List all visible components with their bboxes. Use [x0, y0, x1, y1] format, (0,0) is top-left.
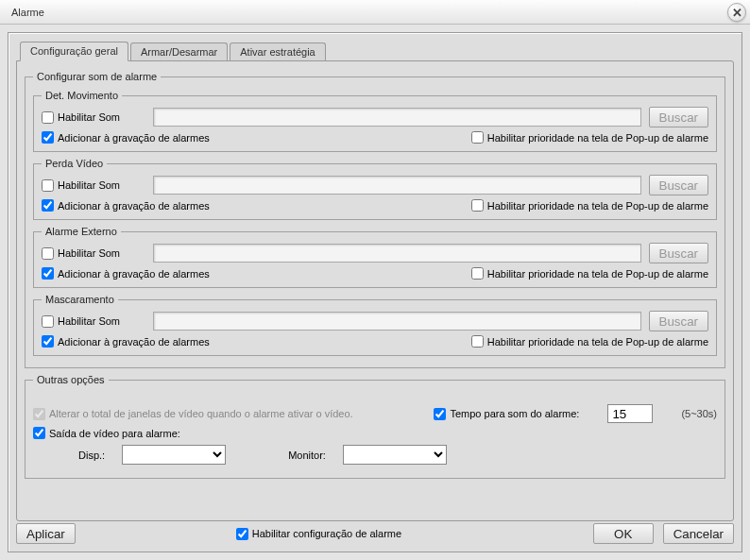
sound-time-checkbox-label[interactable]: Tempo para som do alarme:: [434, 408, 579, 420]
enable-alarm-config-checkbox[interactable]: [236, 528, 248, 540]
fieldset-external: Alarme Externo Habilitar Som Buscar Adic…: [33, 226, 717, 288]
titlebar: Alarme ✕: [0, 0, 750, 25]
sound-time-checkbox[interactable]: [434, 408, 446, 420]
fieldset-mask: Mascaramento Habilitar Som Buscar Adicio…: [33, 294, 717, 356]
video-out-checkbox[interactable]: [33, 427, 45, 439]
browse-button-motion[interactable]: Buscar: [649, 107, 708, 127]
browse-button-loss[interactable]: Buscar: [649, 175, 708, 195]
sound-time-range: (5~30s): [681, 408, 717, 419]
fieldset-other: Outras opções Alterar o total de janelas…: [25, 374, 725, 479]
tab-strip: Configuração geral Armar/Desarmar Ativar…: [20, 41, 734, 60]
enable-sound-external-checkbox[interactable]: [42, 247, 54, 260]
monitor-select[interactable]: [343, 445, 447, 465]
add-recording-motion-checkbox[interactable]: [42, 131, 54, 144]
legend-motion: Det. Movimento: [42, 90, 122, 101]
tab-strategy[interactable]: Ativar estratégia: [230, 42, 325, 61]
enable-sound-motion[interactable]: Habilitar Som: [42, 111, 145, 124]
close-icon: ✕: [732, 6, 742, 20]
footer: Aplicar Habilitar configuração de alarme…: [16, 523, 734, 544]
change-video-windows-checkbox: [33, 408, 45, 420]
legend-loss: Perda Vídeo: [42, 158, 107, 169]
popup-priority-loss-checkbox[interactable]: [471, 199, 484, 212]
add-recording-external-checkbox[interactable]: [42, 267, 54, 280]
enable-sound-loss[interactable]: Habilitar Som: [42, 179, 145, 192]
add-recording-loss-checkbox[interactable]: [42, 199, 54, 212]
sound-path-mask[interactable]: [153, 312, 641, 331]
change-video-windows: Alterar o total de janelas de vídeo quan…: [33, 408, 405, 420]
ok-button[interactable]: OK: [593, 523, 654, 544]
popup-priority-external[interactable]: Habilitar prioridade na tela de Pop-up d…: [471, 267, 708, 280]
add-recording-loss[interactable]: Adicionar à gravação de alarmes: [42, 199, 210, 212]
popup-priority-mask[interactable]: Habilitar prioridade na tela de Pop-up d…: [471, 335, 708, 348]
add-recording-mask-checkbox[interactable]: [42, 335, 54, 348]
enable-sound-motion-checkbox[interactable]: [42, 111, 54, 124]
popup-priority-motion[interactable]: Habilitar prioridade na tela de Pop-up d…: [471, 131, 708, 144]
popup-priority-loss[interactable]: Habilitar prioridade na tela de Pop-up d…: [471, 199, 708, 212]
legend-sound-config: Configurar som de alarme: [33, 71, 161, 82]
sound-path-external[interactable]: [153, 244, 641, 263]
fieldset-motion: Det. Movimento Habilitar Som Buscar Adic…: [33, 90, 717, 152]
tab-arm[interactable]: Armar/Desarmar: [130, 42, 228, 61]
enable-sound-mask-checkbox[interactable]: [42, 315, 54, 328]
cancel-button[interactable]: Cancelar: [663, 523, 734, 544]
enable-sound-external[interactable]: Habilitar Som: [42, 247, 145, 260]
sound-time-input[interactable]: [607, 404, 653, 423]
popup-priority-motion-checkbox[interactable]: [471, 131, 484, 144]
enable-alarm-config[interactable]: Habilitar configuração de alarme: [236, 528, 401, 540]
add-recording-motion[interactable]: Adicionar à gravação de alarmes: [42, 131, 210, 144]
add-recording-external[interactable]: Adicionar à gravação de alarmes: [42, 267, 210, 280]
popup-priority-mask-checkbox[interactable]: [471, 335, 484, 348]
browse-button-mask[interactable]: Buscar: [649, 311, 708, 331]
add-recording-mask[interactable]: Adicionar à gravação de alarmes: [42, 335, 210, 348]
enable-sound-loss-checkbox[interactable]: [42, 179, 54, 192]
tab-body-general: Configurar som de alarme Det. Movimento …: [16, 60, 734, 521]
disp-label: Disp.:: [78, 450, 105, 461]
legend-mask: Mascaramento: [42, 294, 118, 305]
fieldset-loss: Perda Vídeo Habilitar Som Buscar Adicion…: [33, 158, 717, 220]
sound-path-motion[interactable]: [153, 108, 641, 127]
enable-sound-mask[interactable]: Habilitar Som: [42, 315, 145, 328]
browse-button-external[interactable]: Buscar: [649, 243, 708, 263]
tab-general[interactable]: Configuração geral: [20, 42, 128, 61]
monitor-label: Monitor:: [288, 450, 326, 461]
video-out-label[interactable]: Saída de vídeo para alarme:: [33, 427, 180, 439]
close-button[interactable]: ✕: [727, 3, 746, 22]
legend-external: Alarme Externo: [42, 226, 121, 237]
legend-other: Outras opções: [33, 374, 109, 385]
popup-priority-external-checkbox[interactable]: [471, 267, 484, 280]
apply-button[interactable]: Aplicar: [16, 523, 76, 544]
sound-path-loss[interactable]: [153, 176, 641, 195]
fieldset-sound-config: Configurar som de alarme Det. Movimento …: [25, 71, 725, 368]
disp-select[interactable]: [122, 445, 226, 465]
window-title: Alarme: [6, 7, 44, 18]
